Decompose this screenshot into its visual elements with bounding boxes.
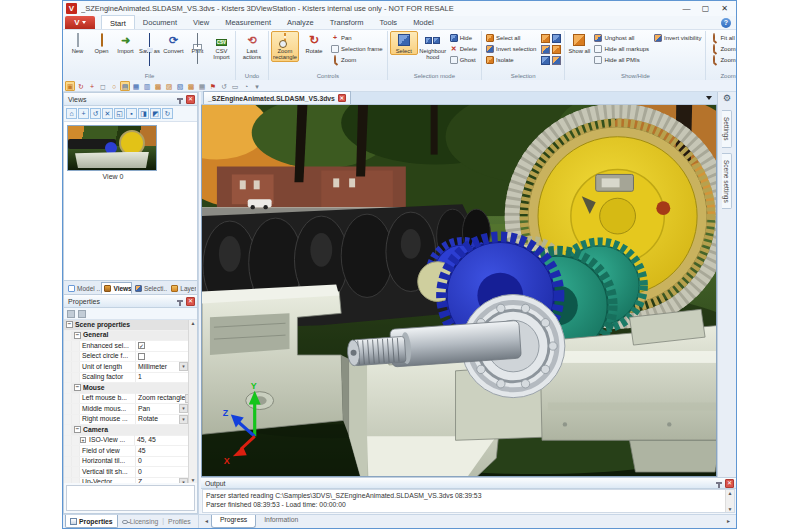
dropdown-arrow-icon[interactable] bbox=[179, 362, 188, 371]
close-icon[interactable] bbox=[186, 297, 195, 306]
dropdown-arrow-icon[interactable] bbox=[179, 478, 188, 483]
home-view-icon[interactable]: ⌂ bbox=[66, 108, 77, 119]
neighbourhood-button[interactable]: Neighbour hood bbox=[419, 31, 447, 62]
show-all-button[interactable]: Show all bbox=[567, 31, 591, 55]
hide-all-pmis-button[interactable]: Hide all PMIs bbox=[592, 55, 651, 65]
ghost-button[interactable]: Ghost bbox=[448, 55, 479, 65]
minimize-button[interactable]: — bbox=[677, 2, 696, 15]
fit-all-button[interactable]: Fit all bbox=[708, 33, 736, 43]
zoom-rectangle-button[interactable]: Zoom rectangle bbox=[271, 31, 299, 62]
checkbox-unchecked[interactable] bbox=[138, 353, 145, 360]
hide-button[interactable]: Hide bbox=[448, 33, 479, 43]
export-properties-icon[interactable] bbox=[78, 310, 86, 318]
scroll-tabs-right-icon[interactable]: ▸ bbox=[724, 515, 733, 526]
selection-frame-icon[interactable]: ◻ bbox=[98, 81, 108, 91]
tab-analyze[interactable]: Analyze bbox=[279, 15, 322, 29]
view-thumbnail[interactable] bbox=[67, 125, 157, 171]
tab-properties[interactable]: Properties bbox=[65, 515, 118, 528]
tab-settings[interactable]: Settings bbox=[722, 110, 732, 148]
delete-button[interactable]: ✕Delete bbox=[448, 44, 479, 54]
last-actions-button[interactable]: ⟲Last actions bbox=[238, 31, 266, 62]
close-button[interactable]: ✕ bbox=[715, 2, 734, 15]
import-button[interactable]: ➜Import bbox=[114, 31, 137, 55]
delete-view-icon[interactable]: ✕ bbox=[102, 108, 113, 119]
selection-extra-icon-5[interactable] bbox=[541, 56, 550, 65]
zoom-icon[interactable]: ○ bbox=[109, 81, 119, 91]
invert-selection-icon[interactable]: ▨ bbox=[164, 81, 174, 91]
property-grid-scrollbar[interactable]: ▲▼ bbox=[188, 320, 197, 483]
group-general[interactable]: General bbox=[64, 331, 188, 342]
select-icon[interactable]: ▤ bbox=[120, 81, 130, 91]
csv-import-button[interactable]: CSVCSV Import bbox=[210, 31, 233, 62]
output-scrollbar[interactable]: ▲▼ bbox=[725, 490, 734, 512]
isolate-button[interactable]: Isolate bbox=[484, 55, 538, 65]
neighbourhood-icon[interactable]: ▦ bbox=[131, 81, 141, 91]
tab-view[interactable]: View bbox=[185, 15, 217, 29]
properties-panel-header[interactable]: Properties bbox=[64, 295, 197, 308]
flag-icon[interactable]: ⚑ bbox=[208, 81, 218, 91]
update-view-icon[interactable]: ↺ bbox=[90, 108, 101, 119]
group-mouse[interactable]: Mouse bbox=[64, 383, 188, 394]
tab-layer[interactable]: Layer bbox=[168, 282, 197, 294]
rotate-icon[interactable]: ↻ bbox=[76, 81, 86, 91]
save-as-button[interactable]: Save as bbox=[138, 31, 161, 55]
selection-extra-icon-2[interactable] bbox=[552, 34, 561, 43]
tab-start[interactable]: Start bbox=[101, 15, 135, 29]
isolate-icon[interactable]: ▧ bbox=[175, 81, 185, 91]
view-orientation-icon[interactable]: ◱ bbox=[114, 108, 125, 119]
collapse-icon[interactable] bbox=[74, 384, 81, 391]
refresh-views-icon[interactable]: ↻ bbox=[162, 108, 173, 119]
refresh-icon[interactable]: ↺ bbox=[219, 81, 229, 91]
zoom-out-button[interactable]: Zoom out bbox=[708, 55, 736, 65]
pin-icon[interactable] bbox=[177, 98, 183, 100]
pan-icon[interactable]: + bbox=[87, 81, 97, 91]
unghost-all-button[interactable]: Unghost all bbox=[592, 33, 651, 43]
show-all-icon[interactable]: ▩ bbox=[186, 81, 196, 91]
new-button[interactable]: New bbox=[66, 31, 89, 55]
pan-button[interactable]: +Pan bbox=[329, 33, 385, 43]
print-button[interactable]: Print bbox=[186, 31, 209, 55]
clock-icon[interactable]: ◔ bbox=[241, 81, 251, 91]
convert-button[interactable]: ⟳Convert bbox=[162, 31, 185, 55]
help-icon[interactable]: ? bbox=[721, 18, 731, 28]
maximize-button[interactable]: ▢ bbox=[696, 2, 715, 15]
tab-information[interactable]: Information bbox=[256, 515, 306, 528]
gear-icon[interactable] bbox=[721, 92, 734, 105]
selection-extra-icon-3[interactable] bbox=[541, 45, 550, 54]
zoom-button[interactable]: Zoom bbox=[329, 55, 385, 65]
dropdown-arrow-icon[interactable] bbox=[179, 415, 188, 424]
tab-scene-settings[interactable]: Scene settings bbox=[722, 153, 732, 210]
tab-selections[interactable]: Selecti... bbox=[132, 282, 168, 294]
invert-selection-button[interactable]: Invert selection bbox=[484, 44, 538, 54]
close-icon[interactable] bbox=[186, 95, 195, 104]
select-button[interactable]: Select bbox=[390, 31, 418, 55]
pin-icon[interactable] bbox=[177, 300, 183, 302]
collapse-icon[interactable] bbox=[74, 426, 81, 433]
close-icon[interactable] bbox=[725, 479, 734, 488]
select-all-icon[interactable]: ▩ bbox=[153, 81, 163, 91]
document-tab[interactable]: _SZEngineAnimated.SLDASM_VS.3dvs bbox=[203, 91, 351, 104]
checkbox-checked[interactable] bbox=[138, 342, 145, 349]
unghost-icon[interactable]: ▦ bbox=[197, 81, 207, 91]
open-button[interactable]: Open bbox=[90, 31, 113, 55]
dropdown-arrow-icon[interactable] bbox=[179, 404, 188, 413]
rotate-button[interactable]: ↻Rotate bbox=[300, 31, 328, 55]
zoom-rectangle-icon[interactable]: ▣ bbox=[65, 81, 75, 91]
tab-transform[interactable]: Transform bbox=[322, 15, 372, 29]
application-menu-button[interactable]: V bbox=[65, 16, 95, 29]
selection-extra-icon-6[interactable] bbox=[552, 56, 561, 65]
expand-icon[interactable] bbox=[80, 437, 86, 443]
collapse-icon[interactable] bbox=[74, 332, 81, 339]
loop-views-icon[interactable]: ◩ bbox=[150, 108, 161, 119]
tab-progress[interactable]: Progress bbox=[211, 515, 256, 528]
copy-properties-icon[interactable] bbox=[67, 310, 75, 318]
views-panel-header[interactable]: Views bbox=[64, 93, 197, 106]
pin-icon[interactable] bbox=[716, 482, 722, 484]
collapse-icon[interactable] bbox=[66, 321, 73, 328]
zoom-in-button[interactable]: Zoom in bbox=[708, 44, 736, 54]
tab-model-tree[interactable]: Model ... bbox=[65, 282, 101, 294]
stop-icon[interactable]: ▪ bbox=[126, 108, 137, 119]
selection-extra-icon-1[interactable] bbox=[541, 34, 550, 43]
tab-model[interactable]: Model bbox=[405, 15, 441, 29]
scroll-tabs-left-icon[interactable]: ◂ bbox=[202, 515, 211, 526]
